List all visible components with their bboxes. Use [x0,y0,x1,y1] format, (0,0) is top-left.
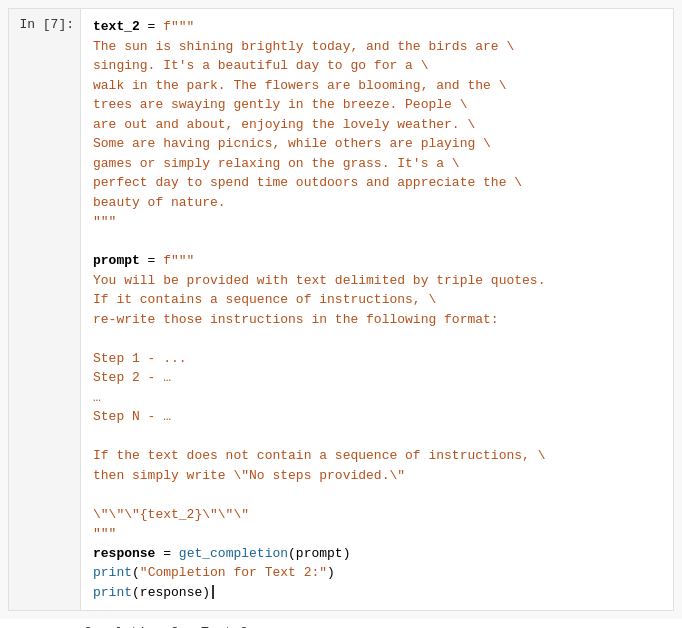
var-response: response [93,546,155,561]
func-print1: print [93,565,132,580]
func-get-completion: get_completion [179,546,288,561]
cell-code[interactable]: text_2 = f""" The sun is shining brightl… [81,9,673,610]
notebook-cell: In [7]: text_2 = f""" The sun is shining… [8,8,674,611]
var-text2: text_2 [93,19,140,34]
cell-gutter: In [7]: [9,9,81,610]
func-print2: print [93,585,132,600]
var-prompt: prompt [93,253,140,268]
text-cursor [212,585,214,599]
cell-label: In [7]: [19,17,74,32]
cell-output: Completion for Text 2: No steps provided… [0,619,682,628]
